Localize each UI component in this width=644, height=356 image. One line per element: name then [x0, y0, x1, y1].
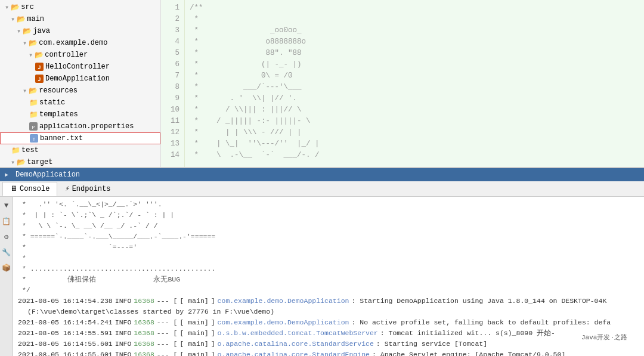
tree-item-static[interactable]: 📁static — [0, 97, 160, 109]
line-numbers: 1234567891011121314 — [161, 0, 185, 167]
tree-item-target[interactable]: ▾ 📂target — [0, 156, 160, 167]
log-message: : Starting DemoApplication using Java 1.… — [351, 296, 606, 307]
line-number: 13 — [163, 138, 179, 150]
folder-icon: 📂 — [16, 14, 26, 24]
tree-arrow: ▾ — [17, 27, 21, 36]
folder-icon: 📂 — [22, 26, 32, 36]
folder-icon: 📁 — [11, 146, 20, 155]
log-line: (F:\vue\demo\target\classes started by 2… — [18, 307, 639, 317]
log-date: 2021-08-05 16:14:55.591 — [18, 328, 113, 339]
folder-icon: 📂 — [28, 38, 38, 48]
tree-item-com-example-demo[interactable]: ▾ 📂com.example.demo — [0, 37, 160, 49]
code-line: * ___/`---'\___ — [190, 82, 639, 93]
log-line: 2021-08-05 16:14:55.591 INFO 16368 --- [… — [18, 328, 639, 339]
line-number: 12 — [163, 127, 179, 138]
tree-arrow: ▾ — [29, 51, 33, 60]
tree-label: resources — [38, 86, 78, 95]
log-level: INFO — [115, 317, 132, 328]
log-class: com.example.demo.DemoApplication — [218, 317, 349, 328]
svg-text:P: P — [32, 125, 35, 130]
log-date: 2021-08-05 16:14:55.601 — [18, 349, 113, 356]
tree-arrow: ▾ — [11, 158, 15, 167]
endpoints-icon: ⚡ — [65, 184, 69, 193]
tree-label: DemoApplication — [44, 75, 110, 83]
ascii-art-line: * ......................................… — [18, 264, 639, 274]
log-pid: 16368 — [134, 317, 154, 328]
tree-arrow: ▾ — [23, 39, 27, 48]
log-thread: [ main] — [179, 296, 208, 307]
run-icon: ▶ — [5, 171, 8, 178]
log-date: 2021-08-05 16:14:54.241 — [18, 317, 113, 328]
log-message: : No active profile set, falling back to… — [351, 317, 611, 328]
tree-item-controller[interactable]: ▾ 📂controller — [0, 49, 160, 61]
ascii-art-line: * \ \ `-. \_ __\ /__ _/ .-` / / — [18, 221, 639, 231]
line-number: 11 — [163, 116, 179, 127]
tree-item-application-properties[interactable]: Papplication.properties — [0, 120, 160, 132]
tree-item-demoapplication[interactable]: JDemoApplication — [0, 73, 160, 85]
line-number: 3 — [163, 25, 179, 36]
folder-icon: 📂 — [28, 86, 38, 95]
tree-item-resources[interactable]: ▾ 📂resources — [0, 85, 160, 97]
strip-icon-3[interactable]: ⚙ — [1, 231, 12, 242]
strip-icon-1[interactable]: ▼ — [1, 200, 12, 211]
log-message: : Apache Servlet engine: [Apache Tomcat/… — [372, 349, 565, 356]
tree-item-banner-txt[interactable]: Tbanner.txt — [0, 132, 160, 144]
tree-arrow: ▾ — [23, 86, 27, 95]
folder-icon: 📁 — [29, 110, 38, 119]
tree-arrow: ▾ — [5, 3, 9, 12]
file-tree: ▾ 📂src▾ 📂main▾ 📂java▾ 📂com.example.demo▾… — [0, 0, 161, 167]
tree-item-hellocontroller[interactable]: JHelloController — [0, 61, 160, 73]
code-line: * . ' \\| |// '. — [190, 93, 639, 104]
log-thread: [ main] — [179, 317, 208, 328]
tree-label: templates — [38, 110, 78, 119]
code-line: * (| -_- |) — [190, 59, 639, 70]
tab-console[interactable]: 🖥 Console — [2, 182, 57, 196]
tree-label: test — [20, 146, 39, 154]
tree-item-java[interactable]: ▾ 📂java — [0, 25, 160, 37]
tree-item-src[interactable]: ▾ 📂src — [0, 1, 160, 13]
tree-label: src — [20, 3, 34, 11]
code-line: * / _||||| -:- |||||- \ — [190, 116, 639, 127]
log-pid: 16368 — [134, 328, 154, 339]
tab-endpoints[interactable]: ⚡ Endpoints — [57, 182, 118, 196]
bottom-panel: ▶ DemoApplication 🖥 Console ⚡ Endpoints … — [0, 167, 644, 356]
line-number: 9 — [163, 93, 179, 104]
line-number: 14 — [163, 150, 179, 161]
code-line: * 88". "88 — [190, 48, 639, 59]
strip-icon-5[interactable]: 📦 — [1, 262, 12, 273]
strip-icon-4[interactable]: 🔧 — [1, 247, 12, 258]
ascii-art-line: * | | : `- \`.;`\ _ /`;.`/ - ` : | | — [18, 210, 639, 221]
line-number: 7 — [163, 70, 179, 82]
strip-icon-2[interactable]: 📋 — [1, 216, 12, 227]
tree-item-templates[interactable]: 📁templates — [0, 109, 160, 120]
code-line: * / \\||| : |||// \ — [190, 104, 639, 116]
ascii-art-line: * 佛祖保佑 永无BUG — [18, 274, 639, 285]
tree-label: controller — [44, 51, 88, 59]
svg-text:J: J — [38, 77, 41, 83]
ascii-art-line: * — [18, 253, 639, 264]
tree-label: target — [26, 158, 52, 166]
log-pid: 16368 — [134, 296, 154, 307]
line-number: 4 — [163, 36, 179, 48]
line-number: 5 — [163, 48, 179, 59]
log-bracket: --- [ — [157, 296, 178, 307]
tree-item-main[interactable]: ▾ 📂main — [0, 13, 160, 25]
svg-text:J: J — [38, 65, 41, 71]
tree-label: java — [32, 27, 50, 35]
run-label: DemoApplication — [16, 171, 80, 179]
tree-item-test[interactable]: 📁test — [0, 144, 160, 156]
log-message: : Tomcat initialized wit... s(s)_8090 开始… — [380, 328, 555, 339]
log-line: 2021-08-05 16:14:55.601 INFO 16368 --- [… — [18, 339, 639, 349]
code-line: * | \_| ''\---/'' |_/ | — [190, 138, 639, 150]
tree-label: HelloController — [44, 63, 110, 71]
code-line: * | | \\\ - /// | | — [190, 127, 639, 138]
log-level: INFO — [115, 296, 132, 307]
log-bracket: --- [ — [157, 317, 178, 328]
log-class: com.example.demo.DemoApplication — [218, 296, 349, 307]
log-thread: [ main] — [179, 339, 208, 349]
code-line: * \ .-\__ `-` ___/-. / — [190, 150, 639, 161]
java-icon: J — [35, 62, 44, 72]
folder-icon: 📂 — [34, 50, 44, 60]
log-line: 2021-08-05 16:14:55.601 INFO 16368 --- [… — [18, 349, 639, 356]
line-number: 2 — [163, 14, 179, 25]
